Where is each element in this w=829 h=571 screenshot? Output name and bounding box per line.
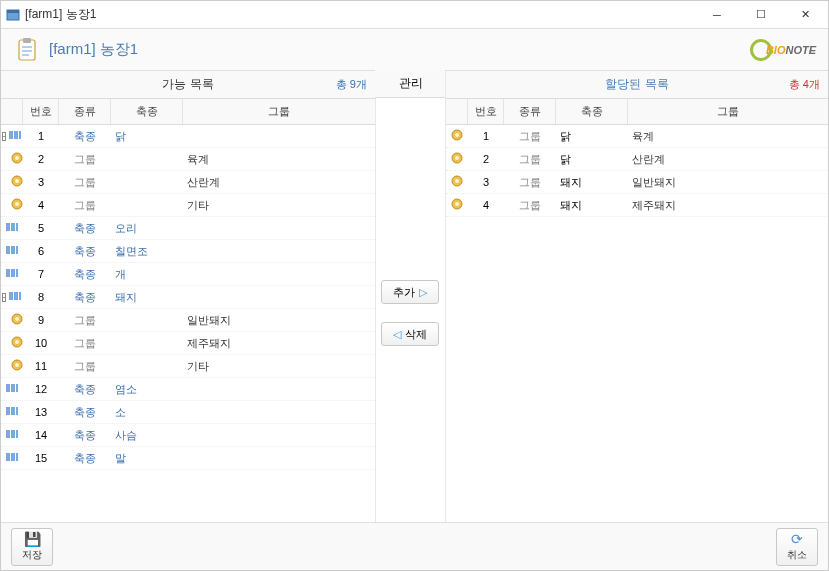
tree-toggle-icon[interactable]: - [2, 293, 7, 302]
svg-rect-35 [11, 384, 15, 392]
table-row[interactable]: 6축종칠면조 [1, 240, 375, 263]
row-icon: - [1, 125, 23, 147]
row-icon [446, 171, 468, 193]
row-species [111, 171, 183, 193]
species-icon [5, 427, 19, 443]
row-type: 축종 [59, 401, 111, 423]
table-row[interactable]: 9그룹일반돼지 [1, 309, 375, 332]
r-col-idx[interactable]: 번호 [468, 99, 504, 124]
row-group [183, 447, 375, 469]
table-row[interactable]: 2그룹육계 [1, 148, 375, 171]
table-row[interactable]: -1축종닭 [1, 125, 375, 148]
table-row[interactable]: 2그룹닭산란계 [446, 148, 828, 171]
row-icon [1, 424, 23, 446]
table-row[interactable]: 5축종오리 [1, 217, 375, 240]
row-type: 그룹 [504, 194, 556, 216]
table-row[interactable]: 12축종염소 [1, 378, 375, 401]
col-group[interactable]: 그룹 [183, 99, 375, 124]
row-icon [1, 309, 23, 331]
svg-rect-37 [6, 407, 10, 415]
row-idx: 14 [23, 424, 59, 446]
r-col-species[interactable]: 축종 [556, 99, 628, 124]
row-icon [1, 401, 23, 423]
remove-button[interactable]: ◁ 삭제 [381, 322, 439, 346]
table-row[interactable]: -8축종돼지 [1, 286, 375, 309]
row-icon [1, 171, 23, 193]
svg-rect-26 [14, 292, 18, 300]
row-type: 그룹 [59, 194, 111, 216]
close-button[interactable]: ✕ [786, 5, 824, 25]
row-icon [1, 194, 23, 216]
row-group: 산란계 [628, 148, 828, 170]
svg-rect-19 [6, 246, 10, 254]
minimize-button[interactable]: ─ [698, 5, 736, 25]
table-row[interactable]: 13축종소 [1, 401, 375, 424]
assigned-count: 총 4개 [789, 77, 820, 92]
table-row[interactable]: 7축종개 [1, 263, 375, 286]
table-row[interactable]: 3그룹돼지일반돼지 [446, 171, 828, 194]
add-button[interactable]: 추가 ▷ [381, 280, 439, 304]
footer: 💾 저장 ⟳ 취소 [1, 522, 828, 570]
row-idx: 2 [468, 148, 504, 170]
r-col-group[interactable]: 그룹 [628, 99, 828, 124]
table-row[interactable]: 4그룹돼지제주돼지 [446, 194, 828, 217]
row-icon [1, 263, 23, 285]
row-icon [1, 240, 23, 262]
table-row[interactable]: 4그룹기타 [1, 194, 375, 217]
cancel-button[interactable]: ⟳ 취소 [776, 528, 818, 566]
col-species[interactable]: 축종 [111, 99, 183, 124]
row-icon [1, 355, 23, 377]
row-idx: 9 [23, 309, 59, 331]
svg-rect-16 [6, 223, 10, 231]
titlebar: [farm1] 농장1 ─ ☐ ✕ [1, 1, 828, 29]
group-icon [450, 197, 464, 213]
row-icon [446, 194, 468, 216]
row-icon [446, 125, 468, 147]
save-button[interactable]: 💾 저장 [11, 528, 53, 566]
row-group [183, 240, 375, 262]
col-idx[interactable]: 번호 [23, 99, 59, 124]
svg-point-47 [455, 133, 459, 137]
table-row[interactable]: 14축종사슴 [1, 424, 375, 447]
table-row[interactable]: 11그룹기타 [1, 355, 375, 378]
tree-toggle-icon[interactable]: - [2, 132, 7, 141]
r-col-type[interactable]: 종류 [504, 99, 556, 124]
table-row[interactable]: 3그룹산란계 [1, 171, 375, 194]
row-type: 그룹 [59, 148, 111, 170]
available-body[interactable]: -1축종닭2그룹육계3그룹산란계4그룹기타5축종오리6축종칠면조7축종개-8축종… [1, 125, 375, 522]
assigned-body[interactable]: 1그룹닭육계2그룹닭산란계3그룹돼지일반돼지4그룹돼지제주돼지 [446, 125, 828, 522]
header: [farm1] 농장1 BIONOTE [1, 29, 828, 71]
col-type[interactable]: 종류 [59, 99, 111, 124]
svg-rect-27 [19, 292, 21, 300]
species-icon [5, 450, 19, 466]
maximize-button[interactable]: ☐ [742, 5, 780, 25]
row-idx: 1 [23, 125, 59, 147]
species-icon [8, 289, 22, 305]
table-row[interactable]: 10그룹제주돼지 [1, 332, 375, 355]
row-group: 기타 [183, 194, 375, 216]
row-type: 축종 [59, 447, 111, 469]
refresh-icon: ⟳ [791, 531, 803, 547]
svg-point-13 [15, 179, 19, 183]
group-icon [10, 358, 24, 374]
svg-point-31 [15, 340, 19, 344]
logo: BIONOTE [750, 39, 816, 61]
svg-rect-3 [23, 38, 31, 43]
svg-rect-39 [16, 407, 18, 415]
row-type: 축종 [59, 378, 111, 400]
row-group [183, 286, 375, 308]
svg-rect-21 [16, 246, 18, 254]
svg-rect-18 [16, 223, 18, 231]
table-row[interactable]: 15축종말 [1, 447, 375, 470]
svg-rect-42 [16, 430, 18, 438]
svg-rect-44 [11, 453, 15, 461]
row-species [111, 194, 183, 216]
row-species: 오리 [111, 217, 183, 239]
species-icon [5, 266, 19, 282]
table-row[interactable]: 1그룹닭육계 [446, 125, 828, 148]
row-species [111, 332, 183, 354]
row-idx: 1 [468, 125, 504, 147]
arrow-left-icon: ◁ [393, 328, 401, 341]
assigned-title: 할당된 목록 [605, 76, 668, 93]
row-group: 기타 [183, 355, 375, 377]
